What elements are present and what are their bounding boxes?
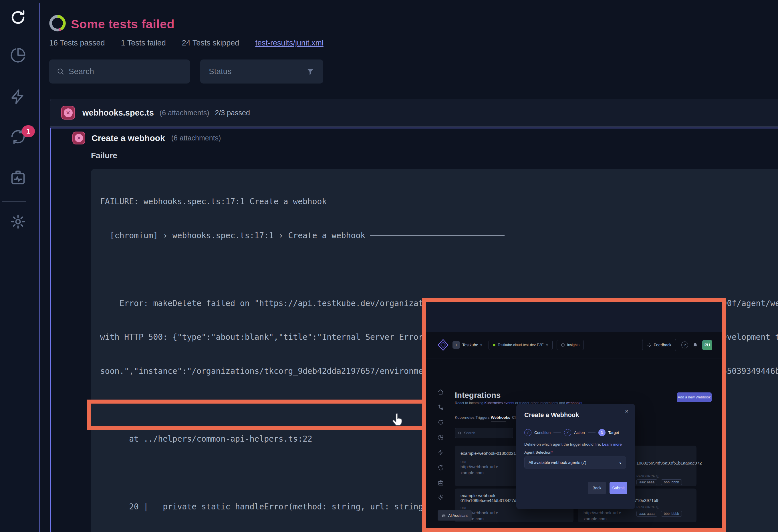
step-label-action: Action bbox=[574, 431, 585, 435]
ov-page-title: Integrations bbox=[455, 391, 500, 400]
results-donut-icon bbox=[49, 14, 66, 32]
search-input[interactable]: Search bbox=[49, 60, 190, 83]
chevron-down-icon: ∨ bbox=[619, 460, 622, 465]
home-icon bbox=[438, 389, 444, 395]
ov-tab-webhooks: Webhooks bbox=[491, 415, 510, 420]
required-asterisk: * bbox=[551, 450, 553, 454]
kubernetes-events-link: Kubernetes events bbox=[484, 401, 514, 405]
modal-description: Define on which agent the trigger should… bbox=[524, 442, 622, 447]
step-label-target: Target bbox=[608, 431, 619, 435]
fail-status-icon: ✕ bbox=[61, 106, 75, 120]
webhook-card-url: http://webhook-url.example.com bbox=[584, 510, 621, 522]
rerun-icon[interactable] bbox=[9, 8, 27, 27]
test-row-create-a-webhook[interactable]: ✕ Create a webhook (6 attachments) bbox=[72, 132, 221, 144]
settings-gear-icon bbox=[438, 494, 444, 500]
env-status-dot bbox=[493, 344, 495, 347]
suite-name: webhooks.spec.ts bbox=[82, 108, 154, 118]
page-title: Some tests failed bbox=[71, 17, 174, 31]
webhook-card-url: http://webhook-url.example.com bbox=[461, 464, 498, 476]
search-icon bbox=[458, 431, 462, 435]
resource-chip: bbb: bbbb bbox=[661, 511, 682, 517]
modal-stepper: ✓ Condition ✓ Action 3 Target bbox=[524, 429, 619, 436]
resource-chips: aaa: aaaa bbb: bbbb bbox=[636, 511, 684, 517]
ov-user-avatar: PU bbox=[702, 340, 712, 350]
step-check-icon: ✓ bbox=[524, 429, 531, 436]
ov-ai-assistant-button: AI Assistant bbox=[438, 510, 472, 521]
pie-chart-icon bbox=[438, 435, 444, 441]
monitor-activity-icon[interactable] bbox=[9, 168, 27, 187]
sync-icon bbox=[438, 465, 444, 471]
highlight-rectangle bbox=[87, 399, 430, 430]
insights-icon bbox=[561, 343, 565, 347]
lightning-icon[interactable] bbox=[9, 87, 27, 106]
resource-label: RESOURCE ⓘ bbox=[636, 505, 659, 510]
stat-failed: 1 Tests failed bbox=[121, 39, 166, 48]
ov-feedback-button: Feedback bbox=[642, 338, 676, 351]
junit-report-link[interactable]: test-results/junit.xml bbox=[255, 39, 323, 48]
ov-add-webhook-button: Add a new Webhook bbox=[677, 392, 712, 402]
refresh-icon bbox=[438, 419, 444, 425]
modal-title: Create a Webhook bbox=[524, 411, 579, 419]
test-attachments: (6 attachments) bbox=[171, 134, 221, 142]
ov-insights-label: Insights bbox=[567, 343, 579, 347]
resource-chip: bbb: bbbb bbox=[661, 479, 682, 485]
help-icon: ? bbox=[681, 341, 688, 349]
close-icon: ✕ bbox=[625, 408, 629, 414]
step-check-icon: ✓ bbox=[564, 429, 571, 436]
step-connector bbox=[588, 433, 596, 433]
stat-skipped: 24 Tests skipped bbox=[182, 39, 239, 48]
suite-pass-ratio: 2/3 passed bbox=[215, 109, 250, 117]
screenshot-preview[interactable]: T Testkube ∨ Testkube-cloud-test-dev-E2E… bbox=[422, 298, 726, 532]
lightning-icon bbox=[438, 450, 444, 456]
test-name: Create a webhook bbox=[91, 133, 165, 143]
webhook-card-title: 108025694d95a93f51b1aa6ac972 bbox=[636, 460, 702, 465]
ov-tab-clipped: Cl bbox=[512, 415, 516, 420]
failure-section-label: Failure bbox=[91, 151, 117, 160]
search-icon bbox=[57, 68, 65, 76]
status-filter-label: Status bbox=[209, 67, 231, 76]
modal-submit-button: Submit bbox=[610, 482, 627, 494]
ov-search-placeholder: Search bbox=[464, 431, 475, 435]
monitor-activity-icon bbox=[438, 480, 444, 486]
feedback-icon bbox=[647, 343, 651, 347]
test-report-app: 1 Some tests failed 16 Tests passed 1 Te… bbox=[0, 0, 778, 532]
sidebar-divider bbox=[2, 201, 26, 202]
stats-row: 16 Tests passed 1 Tests failed 24 Tests … bbox=[49, 39, 323, 48]
resource-chip: aaa: aaaa bbox=[636, 479, 657, 485]
settings-gear-icon[interactable] bbox=[9, 212, 27, 231]
ov-tab-kubernetes-triggers: Kubernetes Triggers bbox=[455, 415, 490, 420]
ov-org-avatar: T bbox=[453, 341, 460, 349]
stat-passed: 16 Tests passed bbox=[49, 39, 105, 48]
left-sidebar: 1 bbox=[0, 0, 40, 532]
suite-row-webhooks-spec[interactable]: ✕ webhooks.spec.ts (6 attachments) 2/3 p… bbox=[50, 99, 778, 127]
ov-create-webhook-modal: Create a Webhook ✕ ✓ Condition ✓ Action … bbox=[516, 404, 635, 509]
search-placeholder: Search bbox=[69, 67, 94, 76]
spacer-line bbox=[100, 264, 778, 275]
ov-environment-name: Testkube-cloud-test-dev-E2E bbox=[498, 343, 544, 347]
trace-line: [chromium] › webhooks.spec.ts:17:1 › Cre… bbox=[100, 230, 778, 241]
ov-topbar: T Testkube ∨ Testkube-cloud-test-dev-E2E… bbox=[426, 332, 722, 358]
status-filter-select[interactable]: Status bbox=[200, 60, 323, 83]
learn-more-link: Learn more bbox=[602, 442, 622, 447]
pie-chart-icon[interactable] bbox=[9, 46, 27, 65]
suite-attachments: (6 attachments) bbox=[160, 109, 209, 117]
modal-back-button: Back bbox=[588, 482, 606, 494]
step-label-condition: Condition bbox=[534, 431, 551, 435]
filter-funnel-icon bbox=[306, 67, 315, 76]
screenshot-image: T Testkube ∨ Testkube-cloud-test-dev-E2E… bbox=[426, 302, 722, 528]
robot-icon bbox=[442, 513, 446, 518]
agent-selection-select: All available webhook agents (7) ∨ bbox=[524, 456, 626, 468]
step-connector bbox=[553, 433, 561, 433]
resource-label: RESOURCE ⓘ bbox=[636, 474, 659, 478]
chevron-down-icon: ∨ bbox=[480, 343, 482, 347]
ov-search-input: Search bbox=[455, 428, 513, 438]
ov-insights-button: Insights bbox=[557, 340, 584, 350]
sidebar-divider bbox=[437, 490, 444, 490]
triggers-icon bbox=[438, 404, 444, 410]
divider-line bbox=[370, 235, 504, 236]
ov-org-name: Testkube bbox=[462, 343, 478, 347]
resource-chip: aaa: aaaa bbox=[636, 511, 657, 517]
mouse-cursor bbox=[391, 413, 404, 427]
resource-chips: aaa: aaaa bbb: bbbb bbox=[636, 479, 684, 485]
ov-sidebar bbox=[437, 389, 445, 500]
